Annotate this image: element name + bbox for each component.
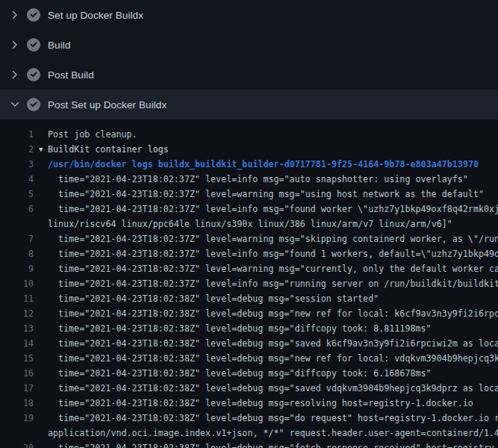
log-line: 18 time="2021-04-23T18:02:38Z" level=deb… bbox=[0, 396, 498, 411]
step-row[interactable]: Post Set up Docker Buildx bbox=[0, 90, 498, 119]
log-line: 17 time="2021-04-23T18:02:38Z" level=deb… bbox=[0, 381, 498, 396]
log-line-text: Post job cleanup. bbox=[48, 127, 137, 142]
log-line-number[interactable]: 11 bbox=[0, 291, 34, 306]
step-row[interactable]: Build bbox=[0, 30, 498, 60]
log-line-number[interactable] bbox=[0, 426, 34, 441]
log-line: 20 time="2021-04-23T18:02:38Z" level=deb… bbox=[0, 441, 498, 448]
group-collapse-triangle-icon[interactable]: ▼ bbox=[39, 142, 48, 157]
check-circle-icon bbox=[27, 38, 40, 52]
log-line-text: time="2021-04-23T18:02:37Z" level=info m… bbox=[58, 172, 468, 187]
log-line-text: BuildKit container logs bbox=[48, 142, 169, 157]
log-line: 15 time="2021-04-23T18:02:38Z" level=deb… bbox=[0, 351, 498, 366]
step-row[interactable]: Post Build bbox=[0, 60, 498, 90]
log-line-text: time="2021-04-23T18:02:37Z" level=warnin… bbox=[58, 231, 498, 246]
log-line-number[interactable]: 8 bbox=[0, 246, 34, 261]
log-line-number[interactable]: 14 bbox=[0, 336, 34, 351]
log-line-text: time="2021-04-23T18:02:38Z" level=debug … bbox=[58, 366, 432, 381]
log-line-text: time="2021-04-23T18:02:38Z" level=debug … bbox=[58, 291, 379, 306]
log-line-text: time="2021-04-23T18:02:38Z" level=debug … bbox=[58, 411, 498, 426]
log-line-text: time="2021-04-23T18:02:37Z" level=warnin… bbox=[58, 261, 498, 276]
check-circle-icon bbox=[27, 98, 40, 111]
log-line: 13 time="2021-04-23T18:02:38Z" level=deb… bbox=[0, 321, 498, 336]
log-line: 11 time="2021-04-23T18:02:38Z" level=deb… bbox=[0, 291, 498, 306]
log-line-text: /usr/bin/docker logs buildx_buildkit_bui… bbox=[48, 157, 479, 172]
log-line-text: application/vnd.oci.image.index.v1+json,… bbox=[48, 426, 498, 441]
log-line-text: linux/riscv64 linux/ppc64le linux/s390x … bbox=[48, 217, 452, 231]
log-line: 14 time="2021-04-23T18:02:38Z" level=deb… bbox=[0, 336, 498, 351]
log-line: 16 time="2021-04-23T18:02:38Z" level=deb… bbox=[0, 366, 498, 381]
log-line-number[interactable]: 13 bbox=[0, 321, 34, 336]
log-line: 8 time="2021-04-23T18:02:37Z" level=info… bbox=[0, 246, 498, 261]
step-label: Build bbox=[48, 40, 71, 51]
log-line-text: time="2021-04-23T18:02:38Z" level=debug … bbox=[58, 351, 498, 366]
log-line-number[interactable]: 16 bbox=[0, 366, 34, 381]
log-line-number[interactable]: 12 bbox=[0, 306, 34, 321]
log-line-number[interactable]: 2 bbox=[0, 142, 34, 157]
log-line: 5 time="2021-04-23T18:02:37Z" level=warn… bbox=[0, 187, 498, 202]
chevron-right-icon[interactable] bbox=[9, 9, 21, 21]
log-line-number[interactable]: 3 bbox=[0, 157, 34, 172]
log-line-number[interactable] bbox=[0, 217, 34, 231]
log-line: 1 Post job cleanup. bbox=[0, 127, 498, 142]
log-line: 7 time="2021-04-23T18:02:37Z" level=warn… bbox=[0, 231, 498, 246]
log-line: 10 time="2021-04-23T18:02:37Z" level=inf… bbox=[0, 276, 498, 291]
log-line: 12 time="2021-04-23T18:02:38Z" level=deb… bbox=[0, 306, 498, 321]
log-line-text: time="2021-04-23T18:02:37Z" level=info m… bbox=[58, 246, 498, 261]
log-line-text: time="2021-04-23T18:02:38Z" level=debug … bbox=[58, 441, 498, 448]
chevron-right-icon[interactable] bbox=[9, 69, 21, 81]
log-line-number[interactable]: 6 bbox=[0, 202, 34, 217]
chevron-right-icon[interactable] bbox=[9, 39, 21, 51]
log-line-number[interactable]: 15 bbox=[0, 351, 34, 366]
log-line-number[interactable]: 17 bbox=[0, 381, 34, 396]
log-line-number[interactable]: 19 bbox=[0, 411, 34, 426]
step-label: Post Build bbox=[48, 69, 94, 81]
log-line: 9 time="2021-04-23T18:02:37Z" level=warn… bbox=[0, 261, 498, 276]
chevron-down-icon[interactable] bbox=[9, 99, 21, 111]
log-line-number[interactable]: 10 bbox=[0, 276, 34, 291]
log-line-number[interactable]: 5 bbox=[0, 187, 34, 202]
log-line-text: time="2021-04-23T18:02:38Z" level=debug … bbox=[58, 336, 498, 351]
log-line-text: time="2021-04-23T18:02:38Z" level=debug … bbox=[58, 306, 498, 321]
log-line-text: time="2021-04-23T18:02:38Z" level=debug … bbox=[58, 321, 432, 336]
log-line-number[interactable]: 7 bbox=[0, 231, 34, 246]
check-circle-icon bbox=[27, 8, 40, 22]
log-line[interactable]: 2 ▼ BuildKit container logs bbox=[0, 142, 498, 157]
log-line-number[interactable]: 4 bbox=[0, 172, 34, 187]
check-circle-icon bbox=[27, 68, 40, 81]
log-viewer: 1 Post job cleanup. 2 ▼ BuildKit contain… bbox=[0, 119, 498, 448]
log-line-text: time="2021-04-23T18:02:37Z" level=warnin… bbox=[58, 187, 484, 202]
log-line-number[interactable]: 20 bbox=[0, 441, 34, 448]
log-line-number[interactable]: 1 bbox=[0, 127, 34, 142]
log-line: 4 time="2021-04-23T18:02:37Z" level=info… bbox=[0, 172, 498, 187]
log-line-number[interactable]: 9 bbox=[0, 261, 34, 276]
log-line: 19 time="2021-04-23T18:02:38Z" level=deb… bbox=[0, 411, 498, 426]
log-line-text: time="2021-04-23T18:02:38Z" level=debug … bbox=[58, 396, 473, 411]
log-line: linux/riscv64 linux/ppc64le linux/s390x … bbox=[0, 217, 498, 231]
log-line: 3 /usr/bin/docker logs buildx_buildkit_b… bbox=[0, 157, 498, 172]
log-line-text: time="2021-04-23T18:02:37Z" level=info m… bbox=[58, 276, 498, 291]
step-label: Set up Docker Buildx bbox=[48, 10, 143, 21]
log-line-text: time="2021-04-23T18:02:37Z" level=info m… bbox=[58, 202, 498, 217]
steps-list: Set up Docker Buildx Build Post Build Po… bbox=[0, 0, 498, 119]
log-line-text: time="2021-04-23T18:02:38Z" level=debug … bbox=[58, 381, 498, 396]
step-row[interactable]: Set up Docker Buildx bbox=[0, 0, 498, 30]
log-line: 6 time="2021-04-23T18:02:37Z" level=info… bbox=[0, 202, 498, 217]
step-label: Post Set up Docker Buildx bbox=[48, 99, 166, 111]
log-line-number[interactable]: 18 bbox=[0, 396, 34, 411]
log-line: application/vnd.oci.image.index.v1+json,… bbox=[0, 426, 498, 441]
